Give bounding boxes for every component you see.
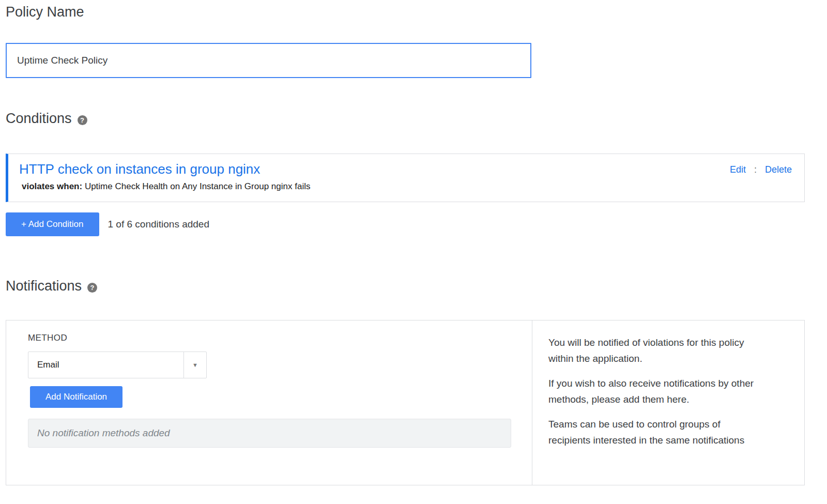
add-condition-button[interactable]: + Add Condition [6,212,99,236]
delete-condition-link[interactable]: Delete [765,164,792,175]
notifications-heading: Notifications ? [6,278,97,294]
info-paragraph: You will be notified of violations for t… [548,334,763,366]
conditions-help-icon[interactable]: ? [78,115,87,125]
condition-actions: Edit : Delete [730,154,804,202]
info-paragraph: If you wish to also receive notification… [548,375,763,407]
method-select-value: Email [28,352,183,378]
condition-card-main: HTTP check on instances in group nginx v… [8,154,310,202]
info-paragraph: Teams can be used to control groups of r… [548,416,763,448]
chevron-down-icon: ▼ [184,352,206,378]
policy-name-input[interactable] [6,43,531,78]
method-label: METHOD [28,333,532,343]
notifications-heading-text: Notifications [6,278,82,294]
condition-title: HTTP check on instances in group nginx [19,161,310,177]
policy-name-label: Policy Name [6,4,84,20]
add-notification-button[interactable]: Add Notification [30,386,122,408]
violates-when-label: violates when: [22,181,82,191]
conditions-heading: Conditions ? [6,111,87,127]
notifications-info: You will be notified of violations for t… [532,320,804,485]
notifications-help-icon[interactable]: ? [87,283,97,293]
condition-card: HTTP check on instances in group nginx v… [6,154,805,202]
add-condition-row: + Add Condition 1 of 6 conditions added [6,212,209,236]
empty-notification-methods-box: No notification methods added [28,419,511,448]
conditions-heading-text: Conditions [6,111,72,127]
edit-condition-link[interactable]: Edit [730,164,746,175]
alerting-policy-page: Policy Name Conditions ? HTTP check on i… [0,0,827,504]
conditions-count: 1 of 6 conditions added [108,219,210,230]
edit-delete-separator: : [754,164,757,175]
violates-when-text: Uptime Check Health on Any Instance in G… [85,181,311,191]
condition-violates-line: violates when: Uptime Check Health on An… [22,181,310,192]
notifications-panel: METHOD Email ▼ Add Notification No notif… [6,320,805,485]
method-select[interactable]: Email ▼ [28,352,207,378]
notifications-panel-left: METHOD Email ▼ Add Notification No notif… [6,320,532,485]
policy-name-label-text: Policy Name [6,4,84,20]
